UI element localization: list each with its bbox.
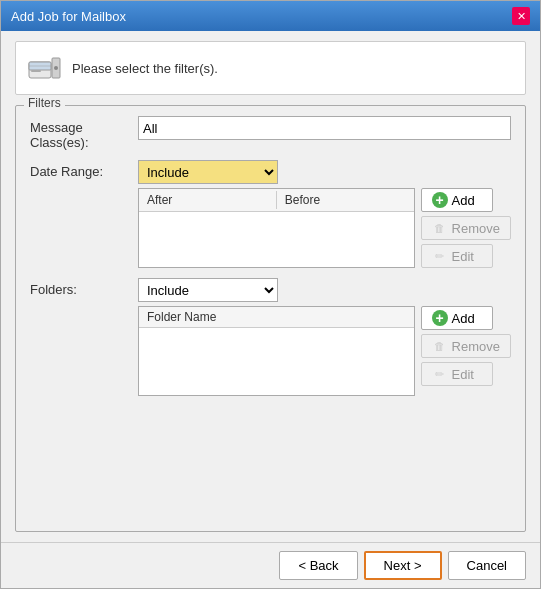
date-table-header: After Before <box>139 189 414 212</box>
folder-remove-button[interactable]: 🗑 Remove <box>421 334 511 358</box>
date-range-buttons: + Add 🗑 Remove ✏ Edit <box>421 188 511 268</box>
message-class-input[interactable] <box>138 116 511 140</box>
folder-remove-icon: 🗑 <box>432 338 448 354</box>
message-class-row: Message Class(es): <box>30 116 511 150</box>
folder-buttons: + Add 🗑 Remove ✏ Edit <box>421 306 511 386</box>
dialog-footer: < Back Next > Cancel <box>1 542 540 588</box>
folder-remove-label: Remove <box>452 339 500 354</box>
folder-add-button[interactable]: + Add <box>421 306 493 330</box>
date-range-content: Include Exclude After Before <box>138 160 511 268</box>
info-text: Please select the filter(s). <box>72 61 218 76</box>
filters-group: Filters Message Class(es): Date Range: I… <box>15 105 526 532</box>
date-range-dropdown-wrapper: Include Exclude <box>138 160 511 184</box>
close-button[interactable]: ✕ <box>512 7 530 25</box>
folder-edit-icon: ✏ <box>432 366 448 382</box>
date-edit-label: Edit <box>452 249 474 264</box>
message-class-content <box>138 116 511 140</box>
svg-rect-5 <box>31 70 41 72</box>
folder-add-circle-icon: + <box>432 310 448 326</box>
dialog-title: Add Job for Mailbox <box>11 9 126 24</box>
date-range-row: Date Range: Include Exclude After Before <box>30 160 511 268</box>
after-col-header: After <box>139 191 277 209</box>
folders-dropdown-wrapper: Include Exclude <box>138 278 511 302</box>
add-circle-icon: + <box>432 192 448 208</box>
date-remove-label: Remove <box>452 221 500 236</box>
folder-edit-button[interactable]: ✏ Edit <box>421 362 493 386</box>
date-range-label: Date Range: <box>30 160 130 179</box>
date-range-table: After Before <box>138 188 415 268</box>
add-job-dialog: Add Job for Mailbox ✕ Please select the … <box>0 0 541 589</box>
svg-point-4 <box>54 66 58 70</box>
message-class-label: Message Class(es): <box>30 116 130 150</box>
cancel-button[interactable]: Cancel <box>448 551 526 580</box>
before-col-header: Before <box>277 191 414 209</box>
folders-content: Include Exclude Folder Name + Add <box>138 278 511 396</box>
date-range-dropdown[interactable]: Include Exclude <box>138 160 278 184</box>
folder-add-label: Add <box>452 311 475 326</box>
filters-legend: Filters <box>24 96 65 110</box>
folders-table: Folder Name <box>138 306 415 396</box>
remove-icon: 🗑 <box>432 220 448 236</box>
mailbox-icon <box>26 50 62 86</box>
date-add-button[interactable]: + Add <box>421 188 493 212</box>
folders-dropdown[interactable]: Include Exclude <box>138 278 278 302</box>
folders-row: Folders: Include Exclude Folder Name <box>30 278 511 396</box>
dialog-body: Please select the filter(s). Filters Mes… <box>1 31 540 542</box>
folders-label: Folders: <box>30 278 130 297</box>
folder-col-header: Folder Name <box>139 307 414 328</box>
title-bar: Add Job for Mailbox ✕ <box>1 1 540 31</box>
next-button[interactable]: Next > <box>364 551 442 580</box>
back-button[interactable]: < Back <box>279 551 357 580</box>
date-edit-button[interactable]: ✏ Edit <box>421 244 493 268</box>
info-bar: Please select the filter(s). <box>15 41 526 95</box>
date-add-label: Add <box>452 193 475 208</box>
folder-edit-label: Edit <box>452 367 474 382</box>
date-remove-button[interactable]: 🗑 Remove <box>421 216 511 240</box>
edit-icon: ✏ <box>432 248 448 264</box>
